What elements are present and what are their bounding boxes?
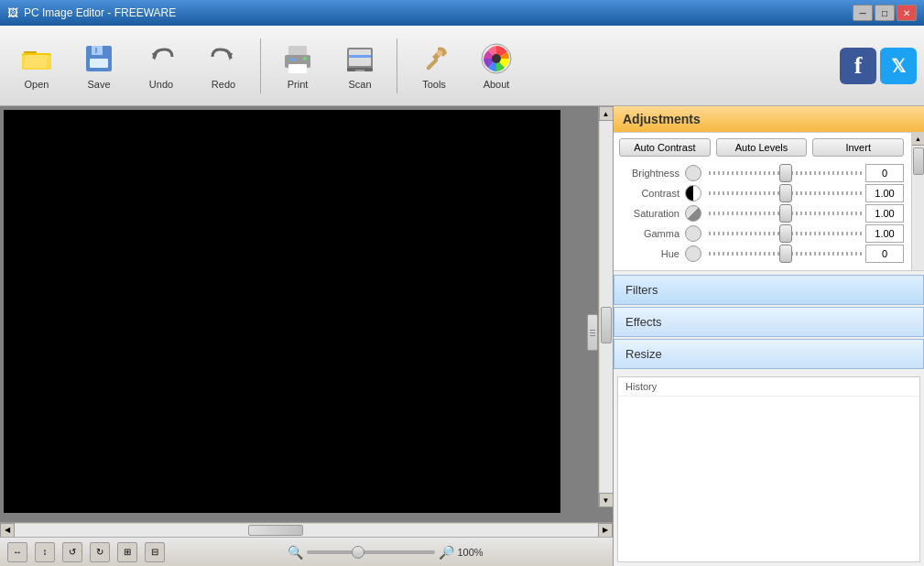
- hscroll-right-arrow[interactable]: ▶: [598, 523, 613, 538]
- open-button[interactable]: Open: [7, 31, 66, 101]
- saturation-row: Saturation 1.00: [619, 204, 919, 223]
- zoom-out-button[interactable]: 🔍: [288, 545, 303, 560]
- gamma-thumb[interactable]: [779, 224, 792, 243]
- gamma-label: Gamma: [619, 228, 685, 239]
- filters-label: Filters: [625, 283, 658, 297]
- rotate-ccw-button[interactable]: ↺: [62, 542, 82, 562]
- brightness-thumb[interactable]: [779, 164, 792, 182]
- hue-label: Hue: [619, 248, 685, 259]
- svg-rect-13: [288, 59, 296, 60]
- svg-rect-0: [24, 51, 37, 53]
- effects-button[interactable]: Effects: [614, 307, 924, 337]
- about-button[interactable]: About: [467, 31, 526, 101]
- zoom-slider[interactable]: [307, 550, 435, 554]
- contrast-row: Contrast 1.00: [619, 184, 919, 202]
- rotate-cw-button[interactable]: ↻: [90, 542, 110, 562]
- brightness-row: Brightness 0: [619, 164, 919, 182]
- svg-point-14: [303, 57, 307, 60]
- hue-slider[interactable]: [709, 252, 862, 256]
- adjustments-body: ▲ Auto Contrast Auto Levels Invert Brigh…: [614, 133, 924, 270]
- canvas-scroll[interactable]: ▲ ▼: [0, 106, 613, 522]
- undo-icon: [145, 42, 178, 75]
- brightness-slider[interactable]: [709, 171, 862, 175]
- status-bar: ↔ ↕ ↺ ↻ ⊞ ⊟ 🔍 🔎 100%: [0, 537, 613, 566]
- saturation-thumb[interactable]: [779, 204, 792, 223]
- vertical-scrollbar: ▲ ▼: [598, 106, 613, 507]
- zoom-in-button[interactable]: 🔎: [439, 545, 454, 560]
- resize-button[interactable]: Resize: [614, 339, 924, 369]
- minimize-button[interactable]: ─: [853, 5, 873, 21]
- filters-button[interactable]: Filters: [614, 275, 924, 305]
- undo-button[interactable]: Undo: [132, 31, 190, 101]
- window-controls: ─ □ ✕: [853, 5, 917, 21]
- brightness-icon: [685, 165, 701, 181]
- gamma-slider[interactable]: [709, 232, 862, 235]
- about-label: About: [484, 79, 510, 90]
- contrast-label: Contrast: [619, 188, 685, 199]
- contrast-value: 1.00: [865, 184, 904, 202]
- contrast-slider[interactable]: [709, 191, 862, 195]
- vscroll-thumb[interactable]: [601, 307, 612, 343]
- redo-button[interactable]: Redo: [194, 31, 253, 101]
- tools-button[interactable]: Tools: [405, 31, 463, 101]
- flip-v-button[interactable]: ↕: [35, 542, 55, 562]
- adj-scroll-up[interactable]: ▲: [912, 133, 925, 146]
- hscroll-left-arrow[interactable]: ◀: [0, 523, 15, 538]
- app-title: PC Image Editor - FREEWARE: [24, 6, 176, 19]
- facebook-button[interactable]: f: [840, 48, 876, 84]
- image-canvas: [4, 110, 560, 513]
- zoom-slider-thumb[interactable]: [352, 546, 364, 559]
- save-button[interactable]: Save: [70, 31, 128, 101]
- svg-point-21: [437, 50, 442, 56]
- vscroll-track[interactable]: [600, 121, 613, 493]
- auto-contrast-button[interactable]: Auto Contrast: [619, 138, 711, 157]
- save-icon: [82, 42, 115, 75]
- contrast-icon: [685, 185, 701, 201]
- saturation-slider[interactable]: [709, 212, 862, 215]
- print-icon: [281, 42, 314, 75]
- hscroll-track[interactable]: [15, 524, 598, 537]
- adjustments-header: Adjustments: [614, 106, 924, 133]
- open-icon: [20, 42, 53, 75]
- invert-button[interactable]: Invert: [812, 138, 904, 157]
- print-button[interactable]: Print: [268, 31, 327, 101]
- svg-rect-19: [355, 70, 364, 71]
- social-icons: f 𝕏: [840, 48, 917, 84]
- undo-label: Undo: [149, 79, 173, 90]
- saturation-icon: [685, 205, 701, 222]
- title-bar: 🖼 PC Image Editor - FREEWARE ─ □ ✕: [0, 0, 924, 26]
- gamma-icon: [685, 225, 701, 242]
- flip-h-button[interactable]: ↔: [7, 542, 27, 562]
- layout-button[interactable]: ⊟: [145, 542, 165, 562]
- zoom-controls: 🔍 🔎 100%: [172, 545, 605, 560]
- svg-rect-6: [90, 59, 108, 68]
- contrast-thumb[interactable]: [779, 184, 792, 202]
- maximize-button[interactable]: □: [875, 5, 895, 21]
- svg-marker-3: [24, 55, 48, 68]
- brightness-value: 0: [865, 164, 904, 182]
- twitter-icon: 𝕏: [891, 55, 906, 77]
- history-body: [618, 397, 919, 561]
- about-icon: [480, 42, 513, 75]
- tools-icon: [418, 42, 451, 75]
- history-header: History: [618, 377, 919, 397]
- auto-levels-button[interactable]: Auto Levels: [716, 138, 808, 157]
- toolbar-separator-1: [260, 38, 261, 93]
- vscroll-down-arrow[interactable]: ▼: [599, 493, 614, 507]
- vscroll-up-arrow[interactable]: ▲: [599, 106, 614, 121]
- scan-button[interactable]: Scan: [331, 31, 389, 101]
- redo-icon: [207, 42, 240, 75]
- save-label: Save: [87, 79, 110, 90]
- svg-point-23: [492, 54, 501, 63]
- hue-thumb[interactable]: [779, 245, 792, 263]
- tools-label: Tools: [422, 79, 446, 90]
- hscroll-thumb[interactable]: [248, 525, 303, 536]
- split-handle[interactable]: [587, 314, 598, 351]
- close-button[interactable]: ✕: [897, 5, 917, 21]
- scan-label: Scan: [348, 79, 371, 90]
- grid-button[interactable]: ⊞: [117, 542, 137, 562]
- adj-scroll-thumb[interactable]: [913, 147, 924, 175]
- horizontal-scrollbar: ◀ ▶: [0, 522, 613, 537]
- twitter-button[interactable]: 𝕏: [880, 48, 917, 84]
- gamma-row: Gamma 1.00: [619, 224, 919, 243]
